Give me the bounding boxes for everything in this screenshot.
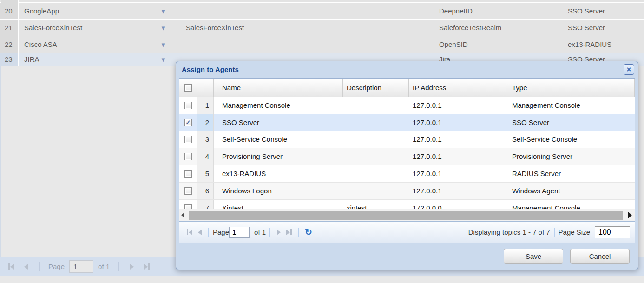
page-size-input[interactable] — [595, 226, 630, 238]
page-number-input[interactable] — [69, 260, 93, 273]
agent-checkbox[interactable]: ✓ — [184, 119, 192, 126]
chevron-down-icon: ▾ — [162, 24, 165, 32]
agent-ip: 127.0.0.1 — [409, 165, 508, 182]
application-name: SalesForceXinTest — [19, 20, 158, 36]
agent-row[interactable]: ✓ 7 Xintest xintest 172.0.0.0 Management… — [179, 200, 635, 209]
dialog-title: Assign to Agents — [182, 66, 624, 73]
chevron-down-icon: ▾ — [162, 56, 165, 63]
last-page-icon[interactable] — [144, 263, 150, 270]
horizontal-scrollbar[interactable] — [179, 209, 635, 221]
displaying-status: Displaying topics 1 - 7 of 7 — [468, 228, 550, 236]
agent-number: 4 — [197, 148, 214, 165]
scroll-left-icon[interactable] — [181, 212, 184, 218]
agent-row[interactable]: ✓ 4 Provisioning Server 127.0.0.1 Provis… — [179, 148, 635, 165]
agent-ip: 172.0.0.0 — [409, 200, 508, 209]
agent-type: RADIUS Server — [508, 165, 635, 182]
application-row[interactable]: 20 GoogleApp ▾ DeepnetID SSO Server — [0, 3, 644, 20]
agent-name: Provisioning Server — [214, 148, 343, 165]
agent-type: Management Console — [508, 200, 635, 209]
dialog-title-bar[interactable]: Assign to Agents × — [176, 61, 638, 77]
column-header-ip[interactable]: IP Address — [409, 79, 508, 97]
select-all-checkbox[interactable] — [184, 84, 192, 92]
agent-type: Management Console — [508, 97, 635, 114]
application-name: JIRA — [19, 53, 158, 66]
row-number: 21 — [0, 20, 19, 36]
agent-number: 5 — [197, 165, 214, 182]
agent-description — [343, 114, 409, 131]
agent-type: Self-Service Console — [508, 131, 635, 148]
agent-number: 7 — [197, 200, 214, 209]
application-type: SSO Server — [568, 20, 644, 36]
next-page-icon[interactable] — [277, 230, 281, 235]
agent-number: 2 — [197, 114, 214, 131]
agent-description — [343, 183, 409, 199]
checkbox-cell: ✓ — [179, 200, 197, 209]
agent-checkbox[interactable]: ✓ — [184, 204, 192, 209]
agent-number: 3 — [197, 131, 214, 148]
application-name: GoogleApp — [19, 3, 158, 19]
checkbox-cell: ✓ — [179, 97, 197, 114]
agents-grid-header: Name Description IP Address Type — [179, 79, 635, 97]
row-number: 23 — [0, 53, 19, 66]
agent-checkbox[interactable]: ✓ — [184, 170, 192, 178]
close-button[interactable]: × — [624, 64, 634, 75]
agent-number: 6 — [197, 183, 214, 199]
agent-type: Windows Agent — [508, 183, 635, 199]
applications-grid-rows: 20 GoogleApp ▾ DeepnetID SSO Server 21 S… — [0, 3, 644, 66]
agent-checkbox[interactable]: ✓ — [184, 102, 192, 109]
page-number-input[interactable] — [229, 227, 250, 238]
application-row[interactable]: 21 SalesForceXinTest ▾ SalesForceXinTest… — [0, 20, 644, 36]
save-button[interactable]: Save — [504, 249, 563, 264]
last-page-icon[interactable] — [286, 229, 292, 235]
agent-checkbox[interactable]: ✓ — [184, 153, 192, 160]
row-dropdown[interactable]: ▾ — [158, 3, 179, 19]
agent-row[interactable]: ✓ 3 Self-Service Console 127.0.0.1 Self-… — [179, 131, 635, 148]
application-realm: OpenSID — [439, 36, 568, 53]
assign-to-agents-dialog: Assign to Agents × Name Description IP A… — [176, 61, 638, 270]
partial-row-above — [0, 0, 644, 3]
paging-toolbar: Page of 1 ↻ Displaying topics 1 - 7 of 7… — [179, 221, 635, 243]
chevron-down-icon: ▾ — [162, 7, 165, 15]
prev-page-icon[interactable] — [24, 264, 28, 270]
separator — [208, 228, 209, 237]
checkbox-cell: ✓ — [179, 114, 197, 131]
agent-row[interactable]: ✓ 6 Windows Logon 127.0.0.1 Windows Agen… — [179, 183, 635, 200]
application-row[interactable]: 22 Cisco ASA ▾ OpenSID ex13-RADIUS — [0, 36, 644, 53]
scroll-right-icon[interactable] — [628, 212, 632, 218]
column-header-type[interactable]: Type — [508, 79, 635, 97]
agent-row[interactable]: ✓ 2 SSO Server 127.0.0.1 SSO Server — [179, 114, 635, 131]
checkbox-cell: ✓ — [179, 131, 197, 148]
agent-description — [343, 148, 409, 165]
page-of-label: of 1 — [98, 263, 110, 270]
application-type: ex13-RADIUS — [568, 36, 644, 53]
first-page-icon[interactable] — [8, 263, 14, 270]
page-size-label: Page Size — [559, 228, 590, 236]
agent-name: Self-Service Console — [214, 131, 343, 148]
next-page-icon[interactable] — [130, 264, 134, 270]
column-header-description[interactable]: Description — [343, 79, 409, 97]
agent-checkbox[interactable]: ✓ — [184, 187, 192, 195]
separator — [118, 262, 119, 271]
row-dropdown[interactable]: ▾ — [158, 36, 179, 53]
application-value — [179, 36, 439, 53]
header-number-cell — [197, 79, 214, 97]
cancel-button[interactable]: Cancel — [570, 249, 630, 264]
applications-grid: 20 GoogleApp ▾ DeepnetID SSO Server 21 S… — [0, 0, 644, 66]
first-page-icon[interactable] — [187, 229, 192, 235]
prev-page-icon[interactable] — [198, 230, 202, 235]
agent-description: xintest — [343, 200, 409, 209]
agents-grid-body: ✓ 1 Management Console 127.0.0.1 Managem… — [179, 97, 635, 209]
agent-checkbox[interactable]: ✓ — [184, 136, 192, 143]
agent-row[interactable]: ✓ 5 ex13-RADIUS 127.0.0.1 RADIUS Server — [179, 165, 635, 183]
column-header-name[interactable]: Name — [214, 79, 343, 97]
refresh-icon[interactable]: ↻ — [305, 227, 312, 237]
dialog-footer: Save Cancel — [504, 249, 630, 264]
agent-ip: 127.0.0.1 — [409, 114, 508, 131]
agent-number: 1 — [197, 97, 214, 114]
row-number: 22 — [0, 36, 19, 53]
separator — [554, 228, 555, 237]
agent-row[interactable]: ✓ 1 Management Console 127.0.0.1 Managem… — [179, 97, 635, 114]
agents-grid: Name Description IP Address Type ✓ 1 Man… — [179, 78, 635, 243]
row-dropdown[interactable]: ▾ — [158, 20, 179, 36]
scrollbar-thumb[interactable] — [189, 211, 623, 220]
